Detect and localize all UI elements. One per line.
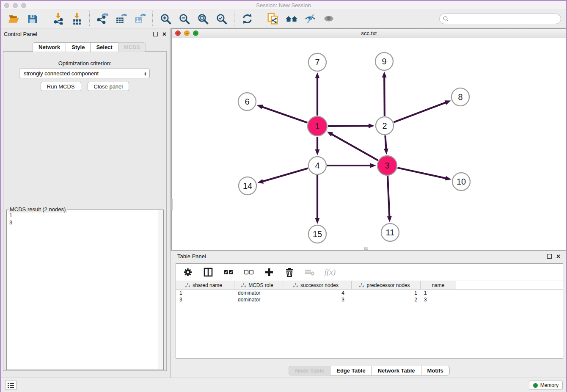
task-history-button[interactable] <box>5 381 17 390</box>
tab-motifs[interactable]: Motifs <box>421 366 450 375</box>
save-icon[interactable] <box>26 12 39 25</box>
split-panel-icon[interactable] <box>203 267 213 277</box>
close-panel-icon[interactable]: × <box>162 32 166 36</box>
close-panel-button[interactable]: Close panel <box>88 82 129 91</box>
delete-column-icon[interactable] <box>284 267 295 277</box>
toolbar-separator <box>45 11 45 26</box>
graph-edge[interactable] <box>388 176 389 218</box>
zoom-fit-icon[interactable] <box>196 12 209 25</box>
graph-edge[interactable] <box>394 102 447 122</box>
tab-mcds[interactable]: MCDS <box>118 42 146 52</box>
fx-label: f(x) <box>325 268 336 277</box>
graph-edge[interactable] <box>328 126 370 126</box>
zoom-out-icon[interactable] <box>178 12 190 25</box>
show-all-eye-icon[interactable] <box>322 12 335 25</box>
table-cell: dominator <box>234 290 283 296</box>
graph-node-7[interactable]: 7 <box>308 53 326 71</box>
import-network-icon[interactable] <box>52 12 64 25</box>
copy-network-view-icon[interactable] <box>267 12 279 25</box>
graph-edge[interactable] <box>261 107 307 123</box>
add-column-icon[interactable] <box>264 267 274 277</box>
splitter-handle[interactable] <box>171 199 173 210</box>
graph-node-6[interactable]: 6 <box>238 93 256 110</box>
table-row[interactable]: 1dominator411 <box>176 290 563 296</box>
criterion-select[interactable]: strongly connected component ▲▼ <box>19 69 150 78</box>
graph-node-8[interactable]: 8 <box>451 88 469 106</box>
select-stepper-icon: ▲▼ <box>144 72 147 76</box>
settings-gear-icon[interactable] <box>183 267 193 277</box>
column-header-name[interactable]: name <box>421 281 456 289</box>
result-scrollbar[interactable] <box>158 210 163 369</box>
table-cell: 1 <box>421 290 456 296</box>
search-field[interactable] <box>439 14 561 24</box>
toolbar-separator <box>260 11 260 26</box>
graph-edge[interactable] <box>397 168 446 178</box>
zoom-in-icon[interactable] <box>159 12 172 25</box>
hide-selected-eye-icon[interactable] <box>304 12 317 25</box>
tab-edge-table[interactable]: Edge Table <box>330 366 371 375</box>
network-view-window: × − + scc.txt 1234678910111415 <box>171 28 567 251</box>
node-label: 3 <box>385 161 389 170</box>
export-image-icon[interactable] <box>133 12 146 25</box>
table-cell: 2 <box>352 296 421 303</box>
graph-edge-arrowhead <box>327 132 333 137</box>
graph-edge[interactable] <box>262 168 308 182</box>
column-header-MCDS-role[interactable]: MCDS role <box>234 281 283 289</box>
import-table-icon[interactable] <box>70 12 83 25</box>
criterion-select-value: strongly connected component <box>24 70 99 77</box>
refresh-layout-icon[interactable] <box>241 12 253 25</box>
deselect-all-checkboxes-icon[interactable] <box>244 267 254 277</box>
graph-svg: 1234678910111415 <box>172 38 566 250</box>
graph-node-1[interactable]: 1 <box>308 116 327 136</box>
graph-edge[interactable] <box>385 135 386 150</box>
column-header-successor-nodes[interactable]: successor nodes <box>283 281 352 289</box>
column-type-icon <box>293 283 298 287</box>
float-panel-icon[interactable] <box>153 32 158 36</box>
table-cell: 4 <box>283 290 352 296</box>
column-header-shared-name[interactable]: shared name <box>176 281 234 289</box>
export-network-icon[interactable] <box>96 12 109 25</box>
column-type-icon <box>185 283 190 287</box>
network-window-titlebar[interactable]: × − + scc.txt <box>172 29 566 38</box>
graph-node-4[interactable]: 4 <box>308 157 326 174</box>
home-networks-icon[interactable] <box>285 12 298 25</box>
graph-edge-arrowhead <box>315 218 320 224</box>
tab-node-table[interactable]: Node Table <box>289 366 330 375</box>
graph-edge[interactable] <box>331 134 378 160</box>
graph-edge-arrowhead <box>384 149 388 155</box>
search-input[interactable] <box>451 16 561 22</box>
select-all-checkboxes-icon[interactable] <box>223 267 234 277</box>
graph-node-15[interactable]: 15 <box>308 225 326 243</box>
table-cell: 3 <box>421 296 456 303</box>
graph-node-2[interactable]: 2 <box>376 117 394 135</box>
window-frame-left <box>0 0 1 392</box>
graph-node-14[interactable]: 14 <box>239 177 256 195</box>
graph-edge[interactable] <box>384 76 385 116</box>
column-type-icon <box>359 283 364 287</box>
run-mcds-button[interactable]: Run MCDS <box>41 82 81 91</box>
memory-button[interactable]: Memory <box>529 381 563 390</box>
graph-edge-arrowhead <box>370 163 376 168</box>
tab-network[interactable]: Network <box>33 42 66 52</box>
graph-edge-arrowhead <box>445 176 451 181</box>
close-table-panel-icon[interactable]: × <box>556 254 560 259</box>
tab-style[interactable]: Style <box>66 42 90 52</box>
folder-open-icon[interactable] <box>7 12 20 25</box>
zoom-selected-icon[interactable] <box>215 12 228 25</box>
canvas-resize-grip[interactable] <box>364 247 368 250</box>
tab-select[interactable]: Select <box>90 42 118 52</box>
graph-node-3[interactable]: 3 <box>377 156 397 175</box>
graph-node-9[interactable]: 9 <box>375 52 393 70</box>
main-toolbar <box>0 9 567 28</box>
column-header-predecessor-nodes[interactable]: predecessor nodes <box>352 281 421 289</box>
table-cell: dominator <box>234 296 283 303</box>
export-table-icon[interactable] <box>115 12 127 25</box>
network-canvas[interactable]: 1234678910111415 <box>172 38 566 250</box>
table-cell: 3 <box>176 296 234 303</box>
float-table-panel-icon[interactable] <box>547 254 552 259</box>
table-row[interactable]: 3dominator323 <box>176 296 563 303</box>
graph-node-11[interactable]: 11 <box>381 224 399 241</box>
graph-node-10[interactable]: 10 <box>452 173 470 190</box>
tab-network-table[interactable]: Network Table <box>372 366 421 375</box>
window-frame-top <box>0 0 567 1</box>
